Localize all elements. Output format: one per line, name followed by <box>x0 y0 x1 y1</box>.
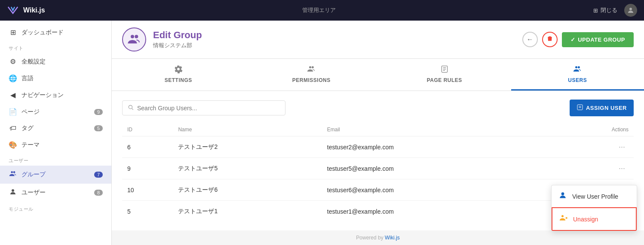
main-layout: ⊞ ダッシュボード サイト ⚙ 全般設定 🌐 言語 ◀ ナビゲーション 📄 ペー… <box>0 21 644 245</box>
search-box <box>122 100 285 115</box>
row-actions-button-1[interactable]: ··· <box>615 163 629 174</box>
sidebar-item-dashboard[interactable]: ⊞ ダッシュボード <box>0 24 111 41</box>
dropdown-unassign[interactable]: Unassign <box>552 207 637 231</box>
tab-permissions[interactable]: PERMISSIONS <box>245 59 378 91</box>
sidebar-label-tags: タグ <box>21 124 34 132</box>
assign-user-label: ASSIGN USER <box>586 105 627 111</box>
user-avatar[interactable] <box>624 4 637 17</box>
sidebar-item-theme[interactable]: 🎨 テーマ <box>0 136 111 153</box>
actions-1: ··· <box>552 158 634 179</box>
close-label: 閉じる <box>601 6 617 14</box>
tab-settings[interactable]: SETTINGS <box>112 59 245 91</box>
view-profile-label: View User Profile <box>572 193 618 200</box>
users-badge: 8 <box>94 190 103 196</box>
back-button[interactable]: ← <box>522 32 538 47</box>
tab-users[interactable]: USERS <box>511 59 644 91</box>
page-rules-tab-icon <box>440 65 449 76</box>
topbar-left: Wiki.js <box>7 4 45 16</box>
tags-icon: 🏷 <box>9 124 17 132</box>
user-name-3: テストユーザ1 <box>173 201 322 222</box>
row-actions-button-0[interactable]: ··· <box>615 142 629 152</box>
footer-text: Powered by <box>356 235 385 241</box>
sidebar: ⊞ ダッシュボード サイト ⚙ 全般設定 🌐 言語 ◀ ナビゲーション 📄 ペー… <box>0 21 112 245</box>
svg-point-1 <box>11 171 13 173</box>
user-name-2: テストユーザ6 <box>173 179 322 201</box>
col-name: Name <box>173 123 322 136</box>
header-right: ← ✓ UPDATE GROUP <box>522 32 634 47</box>
sidebar-item-tags[interactable]: 🏷 タグ 5 <box>0 120 111 136</box>
user-name-0: テストユーザ2 <box>173 136 322 158</box>
user-email-0: testuser2@example.com <box>322 136 552 158</box>
sidebar-item-pages[interactable]: 📄 ページ 9 <box>0 103 111 120</box>
edit-group-header: Edit Group 情報システム部 ← ✓ UPDATE GROUP <box>112 21 644 59</box>
settings-tab-icon <box>174 65 183 76</box>
col-actions: Actions <box>552 123 634 136</box>
sidebar-section-module: モジュール <box>0 202 111 214</box>
topbar: Wiki.js 管理用エリア ⊞ 閉じる <box>0 0 644 21</box>
update-group-button[interactable]: ✓ UPDATE GROUP <box>562 32 634 47</box>
svg-point-14 <box>561 192 564 195</box>
delete-button[interactable] <box>542 32 558 47</box>
navigation-icon: ◀ <box>9 91 17 99</box>
sidebar-section-user: ユーザー <box>0 153 111 166</box>
back-icon: ← <box>527 36 534 43</box>
topbar-center-label: 管理用エリア <box>302 6 336 14</box>
user-email-2: testuser6@example.com <box>322 179 552 201</box>
sidebar-label-general: 全般設定 <box>21 58 46 66</box>
unassign-label: Unassign <box>573 216 598 223</box>
sidebar-label-navigation: ナビゲーション <box>21 91 64 99</box>
actions-0: ··· <box>552 136 634 158</box>
table-header: ID Name Email Actions <box>122 123 634 136</box>
close-button[interactable]: ⊞ 閉じる <box>593 6 617 14</box>
sidebar-label-pages: ページ <box>21 108 40 116</box>
user-id-1: 9 <box>122 158 173 179</box>
svg-point-10 <box>578 66 580 68</box>
svg-line-12 <box>132 109 133 110</box>
sidebar-label-groups: グループ <box>21 171 46 178</box>
assign-user-button[interactable]: ASSIGN USER <box>570 100 634 116</box>
sidebar-item-navigation[interactable]: ◀ ナビゲーション <box>0 87 111 103</box>
user-name-1: テストユーザ5 <box>173 158 322 179</box>
svg-point-9 <box>575 66 577 68</box>
groups-icon <box>9 170 17 179</box>
group-title: Edit Group <box>153 30 202 41</box>
sidebar-item-groups[interactable]: グループ 7 <box>0 166 111 184</box>
users-tab-label: USERS <box>568 77 587 83</box>
group-icon <box>122 27 146 51</box>
sidebar-item-users[interactable]: ユーザー 8 <box>0 184 111 202</box>
sidebar-label-dashboard: ダッシュボード <box>21 29 64 36</box>
tab-page-rules[interactable]: PAGE RULES <box>378 59 511 91</box>
user-id-3: 5 <box>122 201 173 222</box>
table-row: 6 テストユーザ2 testuser2@example.com ··· <box>122 136 634 158</box>
theme-icon: 🎨 <box>9 141 17 149</box>
header-left: Edit Group 情報システム部 <box>122 27 202 51</box>
svg-rect-13 <box>577 105 583 110</box>
sidebar-section-site: サイト <box>0 41 111 53</box>
footer-link[interactable]: Wiki.js <box>385 235 400 241</box>
search-icon <box>128 104 134 112</box>
sidebar-label-users: ユーザー <box>21 189 46 197</box>
pages-badge: 9 <box>94 109 103 115</box>
svg-point-4 <box>131 35 134 38</box>
topbar-right: ⊞ 閉じる <box>593 4 637 17</box>
svg-point-3 <box>12 189 14 192</box>
user-email-3: testuser1@example.com <box>322 201 552 222</box>
sidebar-item-general[interactable]: ⚙ 全般設定 <box>0 53 111 70</box>
permissions-tab-label: PERMISSIONS <box>292 77 331 83</box>
language-icon: 🌐 <box>9 74 17 82</box>
update-group-label: UPDATE GROUP <box>578 36 625 43</box>
unassign-icon <box>559 214 568 224</box>
search-input[interactable] <box>137 105 280 112</box>
exit-icon: ⊞ <box>593 7 598 14</box>
general-icon: ⚙ <box>9 57 17 66</box>
assign-icon <box>577 104 583 112</box>
svg-point-2 <box>13 171 15 173</box>
user-email-1: testuser5@example.com <box>322 158 552 179</box>
groups-badge: 7 <box>94 172 103 178</box>
sidebar-item-language[interactable]: 🌐 言語 <box>0 70 111 87</box>
group-tabs: SETTINGS PERMISSIONS PAGE RULES USERS <box>112 59 644 91</box>
dropdown-view-profile[interactable]: View User Profile <box>552 185 637 207</box>
table-header-row: ID Name Email Actions <box>122 123 634 136</box>
svg-point-11 <box>129 105 132 109</box>
permissions-tab-icon <box>307 65 316 76</box>
